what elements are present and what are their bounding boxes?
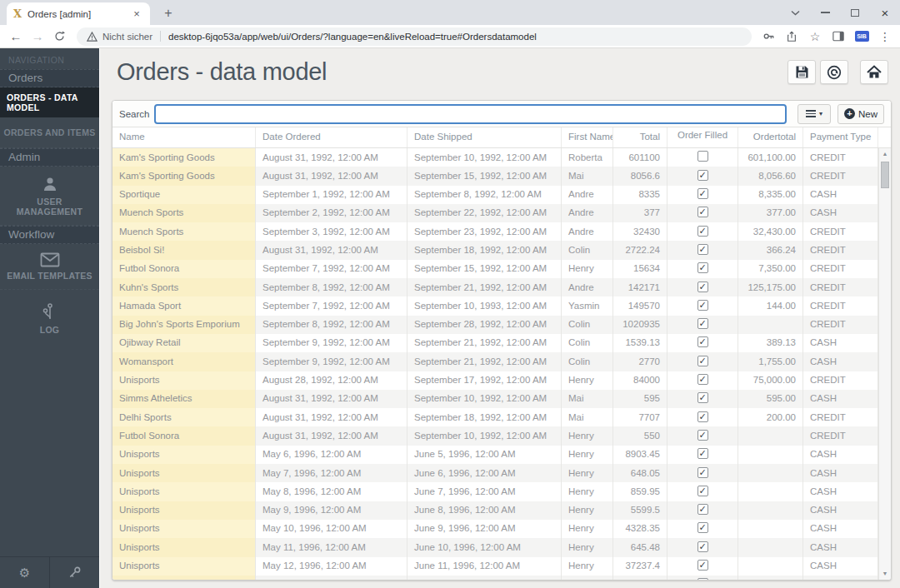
order-filled-checkbox[interactable]: ✓ (698, 356, 708, 366)
cell-first_name[interactable]: Henry (562, 538, 613, 556)
cell-date_ordered[interactable]: September 9, 1992, 12:00 AM (256, 352, 408, 371)
order-filled-checkbox[interactable]: ✓ (698, 374, 708, 385)
cell-date_shipped[interactable]: September 21, 1992, 12:00 AM (408, 278, 562, 296)
cell-first_name[interactable]: Henry (562, 557, 613, 576)
order-filled-checkbox[interactable]: ✓ (698, 467, 708, 478)
cell-name[interactable]: Unisports (112, 464, 256, 482)
cell-ordertotal[interactable]: 601,100.00 (738, 148, 803, 167)
order-filled-checkbox[interactable]: ✓ (698, 300, 708, 311)
cell-order_filled[interactable]: ✓ (668, 167, 738, 185)
cell-order_filled[interactable]: ✓ (668, 222, 738, 241)
cell-first_name[interactable]: Henry (562, 446, 613, 464)
cell-first_name[interactable]: Colin (562, 316, 613, 334)
cell-ordertotal[interactable]: 144.00 (738, 296, 803, 315)
cell-date_ordered[interactable]: August 31, 1992, 12:00 AM (256, 241, 408, 259)
cell-total[interactable]: 32430 (613, 222, 668, 241)
order-filled-checkbox[interactable]: ✓ (698, 560, 708, 571)
browser-tab[interactable]: X Orders [admin] × (7, 2, 150, 25)
table-row[interactable]: Kam's Sporting GoodsAugust 31, 1992, 12:… (112, 148, 878, 167)
cell-date_shipped[interactable]: September 17, 1992, 12:00 AM (408, 371, 562, 390)
cell-date_shipped[interactable]: September 10, 1993, 12:00 AM (408, 296, 562, 315)
search-input[interactable] (154, 104, 787, 124)
cell-ordertotal[interactable] (738, 316, 803, 334)
cell-name[interactable]: Delhi Sports (112, 408, 256, 426)
cell-ordertotal[interactable]: 125,175.00 (738, 278, 803, 296)
cell-total[interactable]: 8903.45 (613, 446, 668, 464)
scroll-down-icon[interactable]: ▼ (879, 568, 891, 580)
cell-total[interactable]: 15634 (613, 260, 668, 278)
cell-name[interactable]: Unisports (112, 557, 256, 576)
cell-first_name[interactable]: Mai (562, 408, 613, 426)
cell-date_shipped[interactable]: September 10, 1992, 12:00 AM (408, 426, 562, 445)
sidebar-item-user-management[interactable]: USER MANAGEMENT (0, 167, 99, 226)
cell-name[interactable]: Beisbol Si! (112, 241, 256, 259)
cell-payment_type[interactable]: CASH (803, 186, 878, 204)
scroll-up-icon[interactable]: ▲ (879, 148, 891, 160)
cell-payment_type[interactable]: CASH (803, 520, 878, 538)
order-filled-checkbox[interactable]: ✓ (698, 244, 708, 255)
cell-payment_type[interactable]: CREDIT (803, 371, 878, 390)
cell-first_name[interactable]: Henry (562, 482, 613, 501)
cell-name[interactable]: Unisports (112, 538, 256, 556)
cell-total[interactable]: 8056.6 (613, 167, 668, 185)
cell-name[interactable]: Futbol Sonora (112, 260, 256, 278)
cell-date_ordered[interactable] (256, 576, 408, 580)
cell-date_shipped[interactable]: June 11, 1996, 12:00 AM (408, 557, 562, 576)
cell-name[interactable]: Kam's Sporting Goods (112, 148, 256, 167)
cell-payment_type[interactable]: CREDIT (803, 316, 878, 334)
cell-date_shipped[interactable]: September 10, 1992, 12:00 AM (408, 390, 562, 408)
cell-ordertotal[interactable]: 75,000.00 (738, 371, 803, 390)
cell-order_filled[interactable]: ✓ (668, 557, 738, 576)
order-filled-checkbox[interactable]: ✓ (698, 522, 708, 533)
cell-first_name[interactable]: Henry (562, 426, 613, 445)
table-row[interactable]: Futbol SonoraAugust 31, 1992, 12:00 AMSe… (112, 426, 878, 445)
cell-order_filled[interactable]: ✓ (668, 482, 738, 501)
cell-first_name[interactable]: Yasmin (562, 296, 613, 315)
cell-total[interactable]: 37237.4 (613, 557, 668, 576)
gear-icon[interactable]: ⚙ (0, 557, 49, 588)
column-header-name[interactable]: Name (112, 127, 256, 147)
cell-order_filled[interactable] (668, 576, 738, 580)
sidebar-group-workflow[interactable]: Workflow (0, 226, 99, 244)
url-text[interactable]: desktop-6jqo53a/app/web/ui/Orders/?langu… (168, 32, 537, 42)
cell-name[interactable]: Big John's Sports Emporium (112, 316, 256, 334)
table-row[interactable]: Beisbol Si!August 31, 1992, 12:00 AMSept… (112, 241, 878, 259)
order-filled-checkbox[interactable]: ✓ (698, 188, 708, 199)
cell-ordertotal[interactable] (738, 426, 803, 445)
order-filled-checkbox[interactable]: ✓ (698, 448, 708, 459)
cell-payment_type[interactable]: CREDIT (803, 241, 878, 259)
key-icon[interactable] (49, 557, 99, 588)
order-filled-checkbox[interactable]: ✓ (698, 504, 708, 515)
cell-date_ordered[interactable]: May 12, 1996, 12:00 AM (256, 557, 408, 576)
order-filled-checkbox[interactable] (698, 151, 708, 162)
cell-date_shipped[interactable]: September 21, 1992, 12:00 AM (408, 352, 562, 371)
order-filled-checkbox[interactable]: ✓ (698, 170, 708, 181)
side-panel-icon[interactable] (828, 27, 848, 47)
cell-payment_type[interactable]: CREDIT (803, 296, 878, 315)
cell-ordertotal[interactable]: 595.00 (738, 390, 803, 408)
cell-date_shipped[interactable]: September 23, 1992, 12:00 AM (408, 222, 562, 241)
cell-total[interactable]: 859.95 (613, 482, 668, 501)
column-header-date_ordered[interactable]: Date Ordered (256, 127, 408, 147)
sidebar-item-email-templates[interactable]: EMAIL TEMPLATES (0, 244, 99, 290)
sidebar-group-admin[interactable]: Admin (0, 148, 99, 167)
cell-name[interactable]: Simms Atheletics (112, 390, 256, 408)
table-row[interactable]: UnisportsAugust 28, 1992, 12:00 AMSeptem… (112, 371, 878, 390)
sidebar-item-log[interactable]: LOG (0, 295, 99, 343)
cell-order_filled[interactable]: ✓ (668, 296, 738, 315)
cell-name[interactable]: Hamada Sport (112, 296, 256, 315)
cell-order_filled[interactable]: ✓ (668, 538, 738, 556)
cell-date_shipped[interactable]: September 18, 1992, 12:00 AM (408, 408, 562, 426)
cell-date_shipped[interactable]: June 10, 1996, 12:00 AM (408, 538, 562, 556)
cell-date_ordered[interactable]: September 1, 1992, 12:00 AM (256, 186, 408, 204)
cell-name[interactable]: Unisports (112, 446, 256, 464)
order-filled-checkbox[interactable]: ✓ (698, 226, 708, 237)
cell-payment_type[interactable]: CASH (803, 446, 878, 464)
cell-date_ordered[interactable]: September 8, 1992, 12:00 AM (256, 278, 408, 296)
cell-ordertotal[interactable]: 32,430.00 (738, 222, 803, 241)
cell-first_name[interactable]: Colin (562, 241, 613, 259)
cell-order_filled[interactable] (668, 148, 738, 167)
cell-date_shipped[interactable]: September 10, 1992, 12:00 AM (408, 148, 562, 167)
cell-ordertotal[interactable] (738, 501, 803, 520)
cell-date_ordered[interactable]: August 31, 1992, 12:00 AM (256, 426, 408, 445)
